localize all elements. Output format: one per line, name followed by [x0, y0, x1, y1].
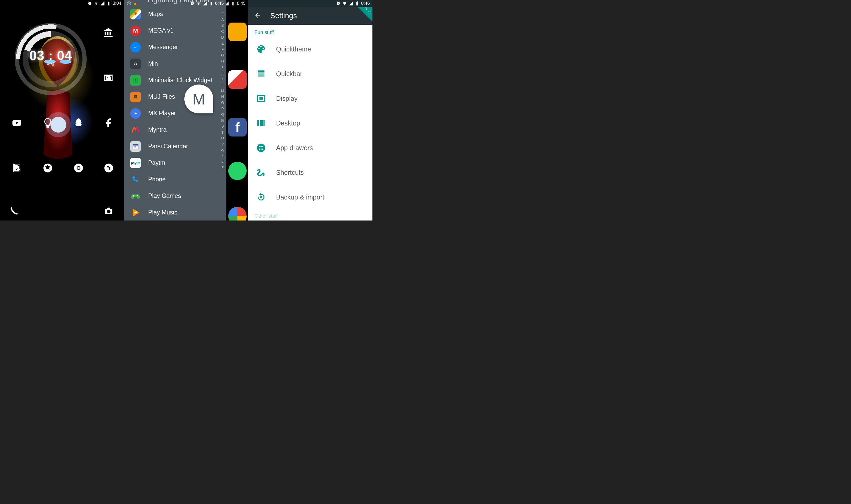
- home-screen: 3:04 03 : 04 PM: [0, 0, 124, 220]
- back-button[interactable]: [254, 12, 261, 20]
- setting-label: Quickbar: [276, 70, 302, 78]
- index-letter[interactable]: F: [221, 47, 224, 51]
- youtube-icon[interactable]: [11, 116, 23, 129]
- alpha-index[interactable]: #ABCDEFGHIJKLMNOPQRSTUVWXYZ: [221, 12, 224, 170]
- app-item-min[interactable]: /\ Min: [124, 55, 226, 72]
- setting-backup[interactable]: Backup & import: [248, 185, 372, 210]
- index-letter[interactable]: L: [221, 83, 224, 87]
- index-letter[interactable]: W: [221, 148, 224, 152]
- svg-rect-19: [258, 70, 264, 72]
- app-item-maps[interactable]: Maps: [124, 6, 226, 22]
- svg-point-11: [107, 210, 110, 213]
- app-item-playgames[interactable]: Play Games: [124, 188, 226, 204]
- signal-icon: [100, 1, 105, 6]
- app-label: MX Player: [148, 110, 176, 117]
- index-letter[interactable]: A: [221, 18, 224, 22]
- paytm-icon: paytm: [130, 158, 141, 168]
- svg-point-18: [137, 195, 138, 196]
- app-item-messenger[interactable]: Messenger: [124, 39, 226, 55]
- index-letter[interactable]: I: [221, 65, 224, 69]
- index-letter[interactable]: B: [221, 23, 224, 28]
- svg-point-9: [77, 167, 80, 169]
- app-item-myntra[interactable]: Myntra: [124, 122, 226, 138]
- index-letter[interactable]: G: [221, 53, 224, 57]
- svg-rect-24: [260, 120, 263, 126]
- whatsapp-notif-icon: [127, 1, 131, 6]
- svg-point-33: [260, 196, 262, 198]
- drawer-panel: Lightning Launcher 8:45 Maps M MEGA v1 M…: [124, 0, 226, 220]
- app-label: MEGA v1: [148, 27, 174, 34]
- index-letter[interactable]: H: [221, 59, 224, 63]
- app-label: Minimalist Clock Widget: [148, 77, 212, 84]
- index-letter[interactable]: M: [221, 89, 224, 93]
- app-item-mega[interactable]: M MEGA v1: [124, 22, 226, 39]
- status-time: 3:04: [113, 1, 121, 6]
- setting-label: Shortcuts: [276, 169, 304, 176]
- gesture-icon: [255, 167, 267, 178]
- svg-rect-20: [258, 73, 264, 77]
- gmail-icon[interactable]: [102, 71, 114, 84]
- setting-quicktheme[interactable]: Quicktheme: [248, 37, 372, 61]
- index-letter[interactable]: P: [221, 107, 224, 111]
- bg-app-icon: [228, 22, 247, 41]
- signal-icon: [349, 1, 353, 6]
- app-label: Phone: [148, 176, 166, 183]
- app-item-playmusic[interactable]: Play Music: [124, 204, 226, 220]
- app-label: Maps: [148, 11, 163, 18]
- index-letter[interactable]: O: [221, 101, 224, 105]
- index-letter[interactable]: Q: [221, 112, 224, 116]
- svg-rect-23: [258, 120, 259, 126]
- app-item-minclock[interactable]: Minimalist Clock Widget: [124, 72, 226, 88]
- setting-shortcuts[interactable]: Shortcuts: [248, 160, 372, 185]
- index-letter[interactable]: U: [221, 136, 224, 140]
- app-item-parsi[interactable]: Parsi Calendar: [124, 138, 226, 155]
- section-header-2: Other stuff: [248, 209, 372, 220]
- camera-icon[interactable]: [103, 205, 115, 217]
- index-letter[interactable]: N: [221, 94, 224, 99]
- whatsapp-icon[interactable]: [103, 162, 115, 174]
- bulb-icon[interactable]: [41, 116, 54, 129]
- phone-icon[interactable]: [8, 205, 20, 217]
- bg-gmail-icon: [228, 70, 247, 89]
- index-letter[interactable]: #: [221, 12, 224, 16]
- bg-chrome-icon: [228, 207, 247, 220]
- app-label: Min: [148, 60, 158, 67]
- football-icon[interactable]: [41, 162, 54, 174]
- index-letter[interactable]: D: [221, 35, 224, 39]
- setting-label: App drawers: [276, 144, 313, 152]
- svg-rect-16: [134, 146, 135, 147]
- alarm-icon: [87, 1, 92, 6]
- desktop-icon: [255, 118, 267, 129]
- svg-point-29: [262, 146, 263, 147]
- index-letter[interactable]: V: [221, 142, 224, 146]
- status-time: 8:45: [237, 1, 246, 6]
- setting-appdrawers[interactable]: App drawers: [248, 136, 372, 160]
- svg-point-30: [259, 148, 260, 150]
- setting-desktop[interactable]: Desktop: [248, 111, 372, 136]
- index-letter[interactable]: Y: [221, 160, 224, 164]
- app-item-phone[interactable]: Phone: [124, 171, 226, 188]
- snapchat-icon[interactable]: [72, 116, 85, 129]
- app-item-paytm[interactable]: paytm Paytm: [124, 155, 226, 171]
- index-letter[interactable]: E: [221, 41, 224, 46]
- svg-point-27: [259, 146, 260, 147]
- playstore-icon[interactable]: [11, 162, 23, 174]
- index-letter[interactable]: Z: [221, 166, 224, 170]
- app-label: Play Music: [148, 209, 177, 216]
- setting-quickbar[interactable]: Quickbar: [248, 61, 372, 86]
- index-letter[interactable]: R: [221, 119, 224, 123]
- index-letter[interactable]: K: [221, 77, 224, 81]
- playgames-icon: [130, 191, 141, 201]
- index-letter[interactable]: S: [221, 124, 224, 128]
- setting-label: Backup & import: [276, 194, 324, 201]
- index-letter[interactable]: J: [221, 71, 224, 75]
- index-letter[interactable]: C: [221, 30, 224, 34]
- index-letter[interactable]: X: [221, 154, 224, 158]
- facebook-icon[interactable]: [103, 116, 115, 129]
- battery-icon: [106, 1, 111, 6]
- palette-icon: [255, 43, 267, 55]
- bank-icon[interactable]: [102, 26, 114, 39]
- index-letter[interactable]: T: [221, 130, 224, 134]
- setting-display[interactable]: Display: [248, 86, 372, 111]
- chrome-icon[interactable]: [72, 162, 85, 174]
